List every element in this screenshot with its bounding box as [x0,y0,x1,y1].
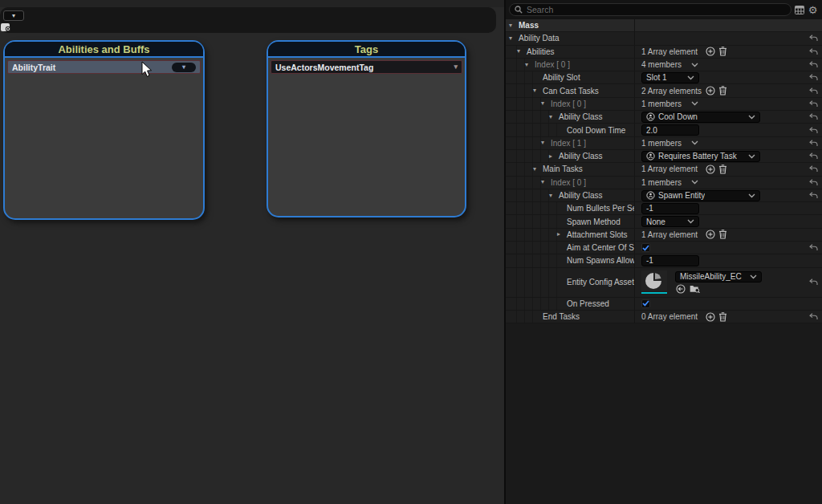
asset-preview-icon [641,270,667,291]
value-dropdown[interactable]: None [641,216,699,227]
property-label: Spawn Method [567,217,621,226]
search-box[interactable] [509,3,791,16]
value-dropdown[interactable]: Requires Battery Task [641,151,760,162]
property-value-cell [634,242,804,254]
expander-arrow-down-icon[interactable]: ▾ [541,179,551,185]
add-element-icon[interactable] [706,47,715,56]
expander-arrow-down-icon[interactable]: ▾ [509,22,519,29]
indent-rail [525,268,533,297]
dropdown-selection: Cool Down [646,112,698,121]
reset-to-default-icon[interactable] [809,113,818,120]
graph-dropdown-button[interactable]: ▾ [3,10,24,21]
property-row-ability-class: ▾Ability ClassSpawn Entity [506,189,822,202]
delete-elements-icon[interactable] [718,86,727,96]
value-input[interactable]: 2.0 [641,124,699,136]
property-value-cell: 1 members [634,98,804,110]
search-input[interactable] [527,5,786,14]
reset-to-default-icon[interactable] [809,87,818,95]
reset-to-default-icon[interactable] [809,179,818,186]
expander-arrow-right-icon[interactable]: ▸ [557,231,567,238]
expander-arrow-down-icon[interactable]: ▾ [509,35,519,42]
checkbox[interactable] [641,299,650,308]
add-element-icon[interactable] [706,165,715,174]
reset-to-default-icon[interactable] [809,313,818,320]
chevron-down-icon[interactable] [691,101,698,106]
asset-thumbnail[interactable] [641,270,667,294]
asset-dropdown[interactable]: MissileAbility_EC [675,271,762,282]
reset-to-default-icon[interactable] [809,35,818,42]
property-label: End Tasks [543,312,580,321]
reset-to-default-icon[interactable] [809,48,818,55]
browse-to-asset-icon[interactable] [690,284,700,293]
expander-arrow-down-icon[interactable]: ▾ [517,48,527,55]
expander-arrow-down-icon[interactable]: ▾ [533,166,543,173]
trait-item-abilitytrait[interactable]: AbilityTrait ▾ [7,60,201,74]
property-value-cell: Slot 1 [634,71,804,83]
expander-arrow-down-icon[interactable]: ▾ [549,193,559,199]
expander-arrow-down-icon[interactable]: ▾ [525,62,535,68]
value-dropdown[interactable]: Cool Down [641,112,760,123]
expander-arrow-down-icon[interactable]: ▾ [533,87,543,94]
chevron-down-icon[interactable] [691,140,698,145]
expander-arrow-down-icon[interactable]: ▾ [549,114,559,120]
reset-to-default-icon[interactable] [809,244,818,251]
tags-node[interactable]: Tags UseActorsMovementTag ▾ [267,40,466,217]
display-options-icon[interactable] [793,6,805,14]
indent-rail [541,215,549,227]
add-element-icon[interactable] [706,230,715,239]
property-row-end-tasks: End Tasks0 Array element [506,311,822,323]
trait-graph-area[interactable]: ▾ Abilities and Buffs AbilityTrait ▾ Tag… [0,0,504,504]
reset-to-default-icon[interactable] [809,140,818,147]
value-dropdown[interactable]: Spawn Entity [641,190,760,201]
reset-to-default-icon[interactable] [809,61,818,68]
reset-cell [804,298,822,310]
reset-cell [804,242,822,254]
expander-arrow-down-icon[interactable]: ▾ [541,140,551,146]
chevron-down-icon[interactable] [691,180,698,185]
chevron-down-icon[interactable]: ▾ [454,63,458,71]
reset-cell [804,98,822,110]
reset-cell [804,311,822,323]
details-panel: ⚙ ▾Mass▾Ability Data▾Abilities1 Array el… [504,0,822,504]
expander-arrow-right-icon[interactable]: ▸ [549,153,559,160]
chevron-down-icon[interactable] [691,63,698,67]
reset-to-default-icon[interactable] [809,278,818,286]
tag-item-useactorsmovementtag[interactable]: UseActorsMovementTag ▾ [271,60,462,74]
reset-to-default-icon[interactable] [809,192,818,199]
value-input[interactable]: -1 [641,203,699,214]
reset-to-default-icon[interactable] [809,100,818,108]
asset-action-icons [675,284,762,294]
indent-rail [549,242,557,254]
use-selected-asset-icon[interactable] [676,284,686,294]
indent-rail [509,124,517,136]
indent-rail [525,84,533,96]
reset-to-default-icon[interactable] [809,165,818,173]
property-label: Index [ 0 ] [551,178,586,187]
reset-cell [804,32,822,44]
expander-arrow-down-icon[interactable]: ▾ [541,100,551,107]
indent-rail [525,111,533,123]
property-row-abilities: ▾Abilities1 Array element [506,46,822,59]
checkbox[interactable] [641,243,650,252]
property-row-mass: ▾Mass [506,19,822,32]
trait-dropdown-button[interactable]: ▾ [172,63,196,72]
delete-elements-icon[interactable] [718,47,727,56]
indent-rail [549,202,557,214]
add-element-icon[interactable] [706,86,715,96]
delete-elements-icon[interactable] [718,230,727,239]
reset-to-default-icon[interactable] [809,127,818,134]
delete-elements-icon[interactable] [718,165,727,174]
delete-elements-icon[interactable] [718,312,727,322]
add-element-icon[interactable] [706,312,715,322]
search-icon [515,2,523,17]
value-dropdown[interactable]: Slot 1 [641,72,699,83]
value-input[interactable]: -1 [641,255,699,266]
indent-rail [517,98,525,110]
property-label: Index [ 0 ] [551,100,586,108]
indent-rail [517,215,525,227]
reset-to-default-icon[interactable] [809,152,818,160]
settings-gear-icon[interactable]: ⚙ [807,5,819,15]
indent-rail [549,268,557,297]
reset-to-default-icon[interactable] [809,74,818,81]
abilities-and-buffs-node[interactable]: Abilities and Buffs AbilityTrait ▾ [3,40,205,220]
